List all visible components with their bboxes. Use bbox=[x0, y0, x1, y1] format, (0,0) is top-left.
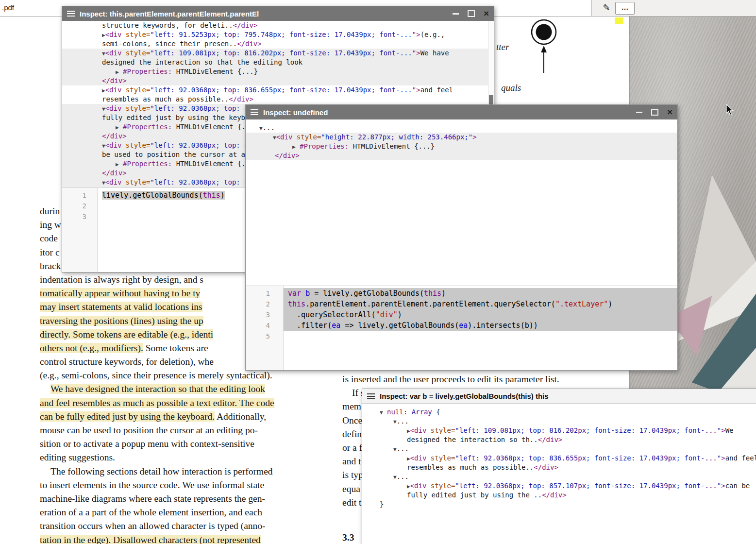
tree-row[interactable]: structure keywords, for deleti..</div> bbox=[62, 21, 488, 30]
more-options-button[interactable]: … bbox=[615, 2, 635, 15]
window-titlebar[interactable]: Inspect: var b = lively.getGlobalBounds(… bbox=[362, 389, 756, 404]
tree-row[interactable]: ▶<div style="left: 91.5253px; top: 795.7… bbox=[62, 30, 488, 39]
tree-row[interactable]: designed the interaction so that the edi… bbox=[62, 58, 488, 67]
menu-icon[interactable] bbox=[67, 11, 75, 17]
screen: durining wcodeitor cbrackindentation is … bbox=[0, 0, 756, 544]
pdf-text-line: to insert elements in the source code. W… bbox=[40, 480, 324, 493]
line-number: 2 bbox=[246, 299, 270, 309]
line-number: 3 bbox=[246, 309, 270, 320]
pdf-text-line: transition occurs when an allowed charac… bbox=[40, 521, 324, 534]
tree-row[interactable]: ▶<div style="left: 109.081px; top: 816.2… bbox=[362, 426, 756, 435]
tree-row[interactable]: semi-colons, since their presen..</div> bbox=[62, 39, 488, 49]
line-number: 2 bbox=[62, 201, 86, 211]
tree-row[interactable]: designed the interaction so th..</div> bbox=[362, 435, 756, 444]
line-number: 1 bbox=[62, 190, 86, 201]
window-titlebar[interactable]: Inspect: undefined × bbox=[246, 105, 677, 119]
editor-lines[interactable]: var b = lively.getGlobalBounds(this)this… bbox=[284, 286, 677, 370]
code-line[interactable] bbox=[284, 331, 677, 341]
inspector-window-undefined: Inspect: undefined × ▼...▼<div style="he… bbox=[245, 104, 678, 371]
pdf-text-line: is inserted and the user proceeds to edi… bbox=[342, 374, 617, 388]
close-button[interactable]: × bbox=[484, 10, 489, 17]
code-line[interactable]: .filter(ea => lively.getGlobalBounds(ea)… bbox=[284, 320, 677, 331]
line-number: 4 bbox=[246, 320, 270, 331]
papercraft-artwork bbox=[664, 175, 756, 391]
yellow-selection-marker[interactable] bbox=[615, 17, 623, 24]
pdf-text-line: The following sections detail how intera… bbox=[40, 466, 324, 480]
window-title: Inspect: this.parentElement.parentElemen… bbox=[80, 10, 259, 18]
pdf-diagram-label-letter: tter bbox=[496, 42, 509, 52]
tree-row[interactable]: ▶ #Properties: HTMLDivElement {...} bbox=[246, 142, 677, 151]
inspector-window-bounds-array: Inspect: var b = lively.getGlobalBounds(… bbox=[362, 389, 756, 544]
tree-row[interactable]: ▶<div style="left: 92.0368px; top: 857.1… bbox=[362, 481, 756, 491]
pdf-text-line: mouse can be used to position the cursor… bbox=[40, 425, 324, 439]
minimize-button[interactable] bbox=[636, 112, 642, 113]
menu-icon[interactable] bbox=[367, 393, 375, 399]
editor-gutter: 12345 bbox=[246, 286, 284, 370]
edit-pencil-icon[interactable]: ✎ bbox=[600, 1, 613, 15]
tree-row[interactable]: ▼<div style="left: 109.081px; top: 816.2… bbox=[62, 49, 488, 58]
pdf-text-line: We have designed the interaction so that… bbox=[40, 384, 324, 397]
tree-row[interactable]: ▶ #Properties: HTMLDivElement {...} bbox=[62, 67, 488, 76]
window-title: Inspect: var b = lively.getGlobalBounds(… bbox=[380, 392, 549, 400]
tree-row[interactable]: resembles as much as possible..</div> bbox=[62, 95, 488, 104]
pdf-text-line: tation in the edge). Disallowed characte… bbox=[40, 535, 324, 544]
line-number: 5 bbox=[246, 331, 270, 341]
close-button[interactable]: × bbox=[667, 108, 672, 116]
code-line[interactable]: var b = lively.getGlobalBounds(this) bbox=[284, 288, 677, 299]
minimize-button[interactable] bbox=[453, 13, 459, 15]
pdf-text-line: can be fully edited just by using the ke… bbox=[40, 411, 324, 425]
tree-row[interactable]: ▼ null: Array { bbox=[362, 408, 756, 417]
editor-gutter: 123 bbox=[62, 188, 98, 272]
maximize-button[interactable] bbox=[468, 10, 475, 17]
tree-row[interactable]: ▼... bbox=[362, 472, 756, 481]
tree-row[interactable]: ▼<div style="height: 22.877px; width: 25… bbox=[246, 133, 677, 142]
pdf-text-line: (e.g., semi-colons, since their presence… bbox=[40, 370, 324, 384]
menu-icon[interactable] bbox=[251, 109, 258, 115]
code-line[interactable]: .querySelectorAll("div") bbox=[284, 309, 677, 320]
tree-row[interactable]: ▶<div style="left: 92.0368px; top: 836.6… bbox=[62, 85, 488, 95]
pdf-text-line: and feel resembles as much as possible a… bbox=[40, 398, 324, 411]
pdf-diagram-label-equals: quals bbox=[501, 83, 521, 93]
tree-row[interactable]: fully edited just by using the ..</div> bbox=[362, 491, 756, 500]
state-diagram-end-node bbox=[527, 14, 561, 79]
tree-row[interactable]: } bbox=[362, 500, 756, 509]
window-title: Inspect: undefined bbox=[263, 108, 328, 117]
pdf-text-line: machine-like diagrams where each state r… bbox=[40, 493, 324, 507]
inspector-dom-tree: ▼...▼<div style="height: 22.877px; width… bbox=[246, 119, 677, 286]
pdf-text-line: sition or to activate a popup menu with … bbox=[40, 439, 324, 452]
tree-row[interactable]: </div> bbox=[246, 151, 677, 160]
line-number: 3 bbox=[62, 211, 86, 222]
tree-row[interactable]: </div> bbox=[62, 76, 488, 85]
line-number: 1 bbox=[246, 288, 270, 299]
toolbar: ✎ … bbox=[591, 0, 756, 16]
window-titlebar[interactable]: Inspect: this.parentElement.parentElemen… bbox=[62, 6, 494, 21]
tree-row[interactable]: ▶<div style="left: 92.0368px; top: 836.6… bbox=[362, 454, 756, 463]
tree-row[interactable]: resembles as much as possible..</div> bbox=[362, 463, 756, 472]
pdf-text-line: editing suggestions. bbox=[40, 452, 324, 466]
tree-row[interactable]: ▼... bbox=[362, 444, 756, 454]
code-line[interactable]: this.parentElement.parentElement.parentE… bbox=[284, 299, 677, 309]
inspector-result-tree: ▼ null: Array {▼...▶<div style="left: 10… bbox=[362, 404, 756, 544]
pdf-text-line: eration of a a part of the whole element… bbox=[40, 507, 324, 521]
tree-row[interactable]: ▼... bbox=[246, 123, 677, 133]
pdf-tab-label[interactable]: .pdf bbox=[2, 3, 14, 12]
code-editor[interactable]: 12345 var b = lively.getGlobalBounds(thi… bbox=[246, 286, 677, 370]
tree-row[interactable]: ▼... bbox=[362, 417, 756, 426]
maximize-button[interactable] bbox=[651, 109, 658, 116]
